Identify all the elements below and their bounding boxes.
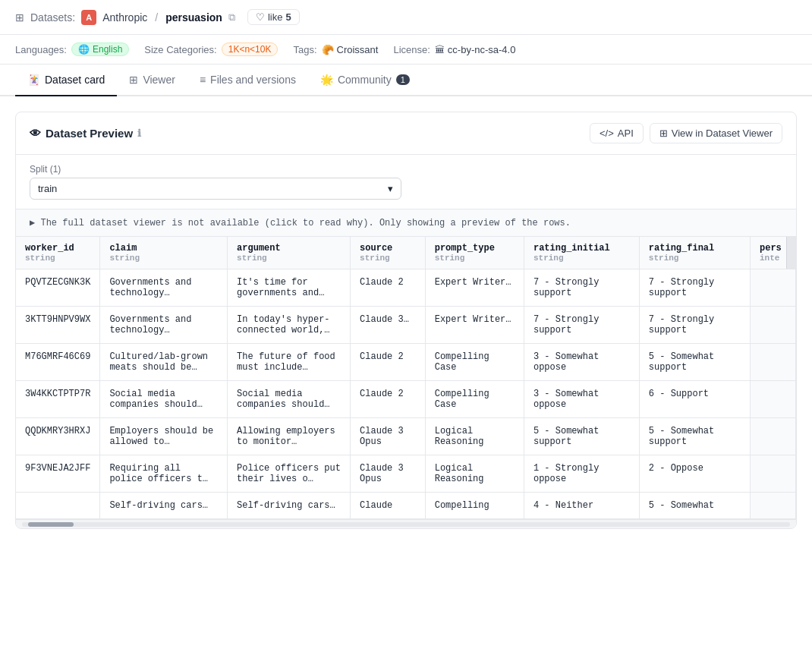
table-cell: 7 - Strongly support bbox=[639, 307, 750, 344]
language-badge: 🌐 English bbox=[71, 43, 129, 56]
tab-community-label: Community bbox=[338, 74, 392, 86]
api-button[interactable]: </> API bbox=[590, 123, 644, 143]
table-cell: PQVTZECGNK3K bbox=[16, 269, 100, 307]
col-name-pers: pers bbox=[760, 243, 786, 254]
table-cell bbox=[750, 455, 795, 493]
table-cell: Allowing employers to monitor… bbox=[228, 418, 351, 455]
meta-languages: Languages: 🌐 English bbox=[15, 43, 129, 56]
table-cell: 5 - Somewhat support bbox=[524, 418, 639, 455]
license-badge: 🏛 cc-by-nc-sa-4.0 bbox=[435, 44, 516, 55]
table-row: 3KTT9HNPV9WXGovernments and technology…I… bbox=[16, 307, 796, 344]
col-name-claim: claim bbox=[109, 243, 218, 254]
table-cell: Expert Writer… bbox=[425, 307, 524, 344]
org-logo: A bbox=[81, 10, 96, 25]
table-cell: Claude bbox=[351, 493, 426, 519]
table-cell bbox=[750, 269, 795, 307]
scroll-track bbox=[22, 522, 790, 527]
split-control: Split (1) train ▾ bbox=[30, 164, 401, 200]
table-cell: Claude 3 Opus bbox=[351, 418, 426, 455]
files-icon: ≡ bbox=[200, 74, 206, 86]
size-badge: 1K<n<10K bbox=[222, 43, 279, 56]
table-row: 9F3VNEJA2JFFRequiring all police officer… bbox=[16, 455, 796, 493]
table-header-row: worker_id string claim string argument s… bbox=[16, 237, 796, 269]
tab-viewer[interactable]: ⊞ Viewer bbox=[117, 65, 187, 96]
notice-bar[interactable]: ▶ The full dataset viewer is not availab… bbox=[16, 209, 796, 237]
preview-title-area: 👁 Dataset Preview ℹ bbox=[30, 127, 141, 140]
split-label: Split (1) bbox=[30, 164, 401, 175]
table-icon: ⊞ bbox=[129, 74, 138, 86]
col-name-argument: argument bbox=[237, 243, 341, 254]
viewer-label: View in Dataset Viewer bbox=[672, 128, 773, 139]
building-icon: 🏛 bbox=[435, 44, 445, 55]
col-header-prompt_type: prompt_type string bbox=[425, 237, 524, 269]
table-cell: Self-driving cars… bbox=[100, 493, 228, 519]
org-name: Anthropic bbox=[102, 11, 147, 24]
table-cell: 3 - Somewhat oppose bbox=[524, 344, 639, 381]
tab-community[interactable]: 🌟 Community 1 bbox=[308, 65, 422, 96]
table-cell: 7 - Strongly support bbox=[524, 269, 639, 307]
croissant-badge: 🥐 Croissant bbox=[322, 44, 379, 55]
table-cell bbox=[750, 493, 795, 519]
table-cell: Claude 2 bbox=[351, 344, 426, 381]
col-type-rating_initial: string bbox=[533, 254, 630, 263]
languages-label: Languages: bbox=[15, 44, 67, 55]
table-cell: 9F3VNEJA2JFF bbox=[16, 455, 100, 493]
table-cell: Governments and technology… bbox=[100, 307, 228, 344]
like-label: like bbox=[268, 11, 283, 23]
table-cell: It's time for governments and… bbox=[228, 269, 351, 307]
col-type-source: string bbox=[360, 254, 416, 263]
table-cell bbox=[750, 307, 795, 344]
col-header-worker_id: worker_id string bbox=[16, 237, 100, 269]
table-row: 3W4KKCTPTP7RSocial media companies shoul… bbox=[16, 381, 796, 418]
viewer-button[interactable]: ⊞ View in Dataset Viewer bbox=[650, 123, 782, 143]
col-header-claim: claim string bbox=[100, 237, 228, 269]
content: 👁 Dataset Preview ℹ </> API ⊞ View in Da… bbox=[0, 96, 812, 544]
split-value: train bbox=[38, 183, 57, 194]
col-name-rating_initial: rating_initial bbox=[533, 243, 630, 254]
col-type-worker_id: string bbox=[25, 254, 90, 263]
col-header-argument: argument string bbox=[228, 237, 351, 269]
table-cell: In today's hyper-connected world,… bbox=[228, 307, 351, 344]
copy-icon[interactable]: ⧉ bbox=[228, 11, 235, 24]
table-cell: Cultured/lab-grown meats should be… bbox=[100, 344, 228, 381]
table-cell: 5 - Somewhat bbox=[639, 493, 750, 519]
table-cell: 6 - Support bbox=[639, 381, 750, 418]
col-name-rating_final: rating_final bbox=[649, 243, 741, 254]
tabs: 🃏 Dataset card ⊞ Viewer ≡ Files and vers… bbox=[0, 65, 812, 96]
table-cell: Employers should be allowed to… bbox=[100, 418, 228, 455]
community-icon: 🌟 bbox=[320, 74, 333, 86]
split-section: Split (1) train ▾ bbox=[16, 155, 796, 209]
grid2-icon: ⊞ bbox=[659, 128, 668, 139]
globe-icon: 🌐 bbox=[78, 44, 90, 55]
col-header-pers: pers inte bbox=[750, 237, 795, 269]
table-cell: 5 - Somewhat support bbox=[639, 418, 750, 455]
table-cell: Police officers put their lives o… bbox=[228, 455, 351, 493]
table-cell: Claude 3… bbox=[351, 307, 426, 344]
card-icon: 🃏 bbox=[27, 74, 40, 86]
table-cell: Self-driving cars… bbox=[228, 493, 351, 519]
tab-viewer-label: Viewer bbox=[143, 74, 175, 86]
info-icon[interactable]: ℹ bbox=[137, 128, 141, 139]
scroll-thumb[interactable] bbox=[28, 522, 74, 527]
tab-dataset-card[interactable]: 🃏 Dataset card bbox=[15, 65, 117, 96]
bottom-scrollbar[interactable] bbox=[16, 519, 796, 528]
col-type-prompt_type: string bbox=[435, 254, 515, 263]
table-cell: M76GMRF46C69 bbox=[16, 344, 100, 381]
license-label: License: bbox=[393, 44, 430, 55]
table-cell: Claude 2 bbox=[351, 381, 426, 418]
col-name-worker_id: worker_id bbox=[25, 243, 90, 254]
preview-title-text: Dataset Preview bbox=[46, 127, 133, 140]
split-select[interactable]: train ▾ bbox=[30, 178, 401, 200]
datasets-label: Datasets: bbox=[30, 11, 75, 24]
tab-files[interactable]: ≡ Files and versions bbox=[187, 65, 308, 96]
license-value: cc-by-nc-sa-4.0 bbox=[448, 44, 516, 55]
table-cell: Logical Reasoning bbox=[425, 418, 524, 455]
col-header-rating_final: rating_final string bbox=[639, 237, 750, 269]
table-row: QQDKMRY3HRXJEmployers should be allowed … bbox=[16, 418, 796, 455]
table-row: M76GMRF46C69Cultured/lab-grown meats sho… bbox=[16, 344, 796, 381]
col-header-source: source string bbox=[351, 237, 426, 269]
tags-value: Croissant bbox=[337, 44, 379, 55]
like-button[interactable]: ♡ like 5 bbox=[247, 9, 300, 25]
col-type-claim: string bbox=[109, 254, 218, 263]
table-cell: 3KTT9HNPV9WX bbox=[16, 307, 100, 344]
